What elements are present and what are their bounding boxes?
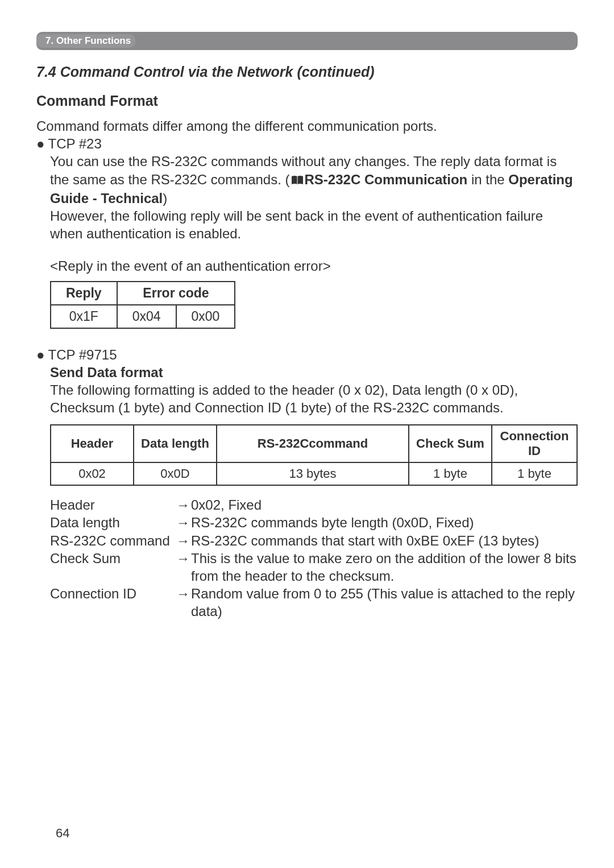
tcp23-label: TCP #23 (48, 135, 102, 152)
def-desc: Random value from 0 to 255 (This value i… (191, 585, 578, 620)
def-desc: RS-232C commands byte length (0x0D, Fixe… (191, 514, 474, 531)
arrow-icon: → (176, 532, 191, 549)
definitions-list: Header → 0x02, Fixed Data length → RS-23… (50, 496, 578, 620)
tcp9715-label: TCP #9715 (48, 346, 117, 363)
tcp9715-bullet: ● TCP #9715 (36, 346, 578, 363)
th-checksum: Check Sum (409, 425, 492, 462)
bullet-dot-icon: ● (36, 135, 45, 152)
def-term: Header (50, 496, 176, 514)
table-row: 0x02 0x0D 13 bytes 1 byte 1 byte (51, 462, 577, 485)
td-header: 0x02 (51, 462, 134, 485)
tcp23-p1b: in the (467, 172, 508, 187)
def-row: Header → 0x02, Fixed (50, 496, 578, 514)
def-desc: 0x02, Fixed (191, 496, 262, 514)
td-connectionid: 1 byte (492, 462, 577, 485)
table-row: Header Data length RS-232Ccommand Check … (51, 425, 577, 462)
reply-table: Reply Error code 0x1F 0x04 0x00 (50, 281, 235, 329)
section-title: 7.4 Command Control via the Network (con… (36, 64, 578, 80)
def-row: Check Sum → This is the value to make ze… (50, 549, 578, 585)
chapter-bar: 7. Other Functions (36, 32, 578, 50)
tcp23-p1: You can use the RS-232C commands without… (50, 152, 578, 207)
def-term: RS-232C command (50, 532, 176, 549)
td-checksum: 1 byte (409, 462, 492, 485)
reply-td-3: 0x00 (176, 305, 235, 328)
tcp23-bullet: ● TCP #23 (36, 135, 578, 152)
tcp23-p2: However, the following reply will be sen… (50, 207, 578, 242)
send-data-table: Header Data length RS-232Ccommand Check … (50, 424, 578, 486)
def-term: Connection ID (50, 585, 176, 602)
intro-text: Command formats differ among the differe… (36, 117, 578, 135)
arrow-icon: → (176, 496, 191, 514)
th-header: Header (51, 425, 134, 462)
tcp9715-p1: The following formatting is added to the… (50, 381, 578, 416)
def-row: Data length → RS-232C commands byte leng… (50, 514, 578, 531)
def-term: Check Sum (50, 549, 176, 567)
book-icon (291, 172, 304, 189)
arrow-icon: → (176, 549, 191, 567)
bullet-dot-icon: ● (36, 346, 45, 363)
td-rs232c: 13 bytes (217, 462, 409, 485)
reply-td-2: 0x04 (117, 305, 176, 328)
def-row: RS-232C command → RS-232C commands that … (50, 532, 578, 549)
reply-th-error: Error code (117, 282, 235, 305)
def-desc: RS-232C commands that start with 0xBE 0x… (191, 532, 539, 549)
table-row: Reply Error code (51, 282, 235, 305)
reply-th-reply: Reply (51, 282, 117, 305)
table-row: 0x1F 0x04 0x00 (51, 305, 235, 328)
def-row: Connection ID → Random value from 0 to 2… (50, 585, 578, 620)
reply-td-1: 0x1F (51, 305, 117, 328)
sub-heading: Command Format (36, 93, 578, 109)
th-rs232c: RS-232Ccommand (217, 425, 409, 462)
def-desc: This is the value to make zero on the ad… (191, 549, 578, 585)
reply-caption: <Reply in the event of an authentication… (50, 257, 578, 275)
send-data-heading: Send Data format (50, 363, 578, 381)
chapter-label: 7. Other Functions (36, 34, 135, 48)
rs232c-ref: RS-232C Communication (305, 172, 468, 187)
arrow-icon: → (176, 585, 191, 602)
th-datalength: Data length (134, 425, 217, 462)
tcp23-p1c: ) (163, 191, 167, 206)
def-term: Data length (50, 514, 176, 531)
arrow-icon: → (176, 514, 191, 531)
td-datalength: 0x0D (134, 462, 217, 485)
th-connectionid: Connection ID (492, 425, 577, 462)
page-number: 64 (56, 826, 69, 841)
